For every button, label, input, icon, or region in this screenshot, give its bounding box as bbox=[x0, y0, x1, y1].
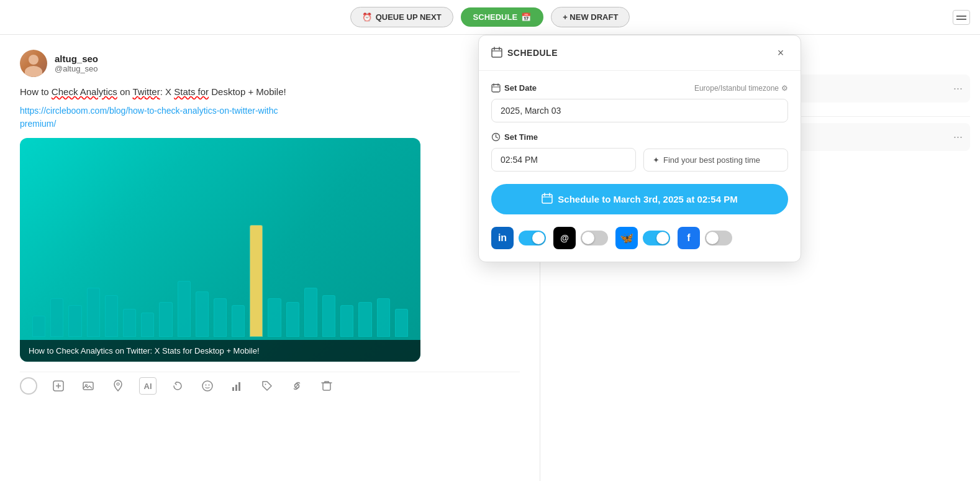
analytics-icon[interactable] bbox=[229, 377, 246, 395]
time-row: ✦ Find your best posting time bbox=[491, 148, 788, 172]
social-toggles: in @ 🦋 bbox=[491, 227, 788, 249]
best-time-button[interactable]: ✦ Find your best posting time bbox=[643, 149, 788, 172]
link-icon[interactable] bbox=[288, 377, 306, 395]
chart-bar bbox=[322, 295, 335, 337]
refresh-icon[interactable] bbox=[169, 377, 186, 395]
username: altug_seo bbox=[55, 53, 98, 64]
chart-bar bbox=[141, 313, 154, 337]
top-bar: ⏰ QUEUE UP NEXT SCHEDULE 📅 + NEW DRAFT bbox=[0, 0, 980, 35]
threads-social-item: @ bbox=[553, 227, 608, 249]
schedule-button[interactable]: SCHEDULE 📅 bbox=[461, 7, 544, 27]
location-icon[interactable] bbox=[109, 377, 127, 395]
date-field-row: Set Date Europe/Istanbul timezone ⚙ bbox=[491, 83, 788, 93]
modal-title: SCHEDULE bbox=[491, 47, 558, 60]
emoji-icon[interactable] bbox=[199, 377, 216, 395]
svg-point-6 bbox=[202, 381, 212, 391]
svg-point-12 bbox=[265, 384, 266, 385]
user-info: altug_seo @altug_seo bbox=[20, 50, 520, 77]
chart-bar bbox=[268, 298, 281, 337]
time-input[interactable] bbox=[491, 148, 636, 172]
avatar bbox=[20, 50, 47, 77]
sparkle-icon: ✦ bbox=[653, 155, 660, 165]
chart-bar bbox=[87, 288, 100, 337]
image-icon[interactable] bbox=[79, 377, 97, 395]
chart-bar bbox=[250, 225, 263, 337]
set-date-label: Set Date bbox=[491, 83, 537, 93]
chart-bars bbox=[32, 200, 408, 337]
post-more-menu-2[interactable]: ··· bbox=[953, 131, 963, 144]
timezone-label: Europe/Istanbul timezone ⚙ bbox=[694, 84, 788, 93]
bluesky-toggle[interactable] bbox=[643, 231, 670, 245]
chart-bar bbox=[340, 305, 353, 337]
svg-point-5 bbox=[117, 383, 119, 385]
modal-close-button[interactable]: × bbox=[773, 45, 788, 60]
delete-icon[interactable] bbox=[318, 377, 335, 395]
facebook-social-item: f bbox=[678, 227, 732, 249]
user-names: altug_seo @altug_seo bbox=[55, 53, 98, 73]
image-caption: How to Check Analytics on Twitter: X Sta… bbox=[20, 340, 420, 362]
tag-icon[interactable] bbox=[258, 377, 276, 395]
post-toolbar: AI bbox=[20, 372, 520, 400]
undo-icon[interactable] bbox=[20, 377, 37, 395]
modal-header: SCHEDULE × bbox=[479, 35, 801, 71]
chart-bar bbox=[232, 305, 245, 337]
post-text[interactable]: How to Check Analytics on Twitter: X Sta… bbox=[20, 85, 520, 99]
add-post-icon[interactable] bbox=[50, 377, 67, 395]
chart-bar bbox=[395, 309, 408, 337]
chart-bar bbox=[50, 298, 63, 337]
bluesky-icon: 🦋 bbox=[615, 227, 638, 249]
settings-icon[interactable]: ⚙ bbox=[781, 84, 788, 93]
chart-bar bbox=[377, 298, 390, 337]
post-image: How to Check Analytics on Twitter: X Sta… bbox=[20, 138, 420, 362]
svg-point-7 bbox=[206, 385, 207, 386]
set-time-label: Set Time bbox=[491, 132, 538, 142]
svg-point-8 bbox=[209, 385, 210, 386]
chart-bar bbox=[286, 302, 299, 337]
linkedin-social-item: in bbox=[491, 227, 546, 249]
svg-rect-16 bbox=[492, 48, 502, 57]
svg-rect-11 bbox=[238, 382, 240, 391]
svg-rect-27 bbox=[542, 195, 552, 203]
sidebar-toggle-button[interactable] bbox=[953, 10, 970, 25]
linkedin-icon: in bbox=[491, 227, 514, 249]
chart-bar bbox=[159, 302, 172, 337]
chart-bar bbox=[123, 309, 136, 337]
svg-rect-9 bbox=[232, 387, 234, 391]
chart-bar bbox=[358, 302, 371, 337]
chart-bar bbox=[304, 288, 317, 337]
chart-bar bbox=[105, 295, 118, 337]
calendar-icon bbox=[491, 47, 502, 60]
post-link[interactable]: https://circleboom.com/blog/how-to-check… bbox=[20, 104, 520, 131]
post-editor: altug_seo @altug_seo How to Check Analyt… bbox=[0, 35, 540, 481]
schedule-modal: SCHEDULE × Set Date Europe/Istanbul time… bbox=[478, 35, 801, 262]
chart-bar bbox=[68, 305, 81, 337]
chart-bar bbox=[196, 291, 209, 337]
threads-toggle[interactable] bbox=[581, 231, 608, 245]
time-field-row: Set Time bbox=[491, 132, 788, 142]
svg-rect-10 bbox=[235, 385, 237, 391]
calendar-icon: 📅 bbox=[521, 12, 531, 22]
queue-up-next-button[interactable]: ⏰ QUEUE UP NEXT bbox=[350, 7, 453, 27]
modal-body: Set Date Europe/Istanbul timezone ⚙ Set … bbox=[479, 71, 801, 262]
facebook-icon: f bbox=[678, 227, 700, 249]
ai-icon[interactable]: AI bbox=[139, 377, 157, 395]
calendar-confirm-icon bbox=[542, 193, 553, 206]
date-input[interactable] bbox=[491, 99, 788, 122]
threads-icon: @ bbox=[553, 227, 576, 249]
clock-icon: ⏰ bbox=[362, 12, 372, 22]
bluesky-social-item: 🦋 bbox=[615, 227, 670, 249]
svg-rect-20 bbox=[492, 85, 500, 92]
svg-line-26 bbox=[496, 137, 498, 139]
user-handle: @altug_seo bbox=[55, 64, 98, 73]
svg-rect-13 bbox=[323, 383, 330, 390]
chart-bar bbox=[178, 281, 191, 337]
schedule-confirm-button[interactable]: Schedule to March 3rd, 2025 at 02:54 PM bbox=[491, 184, 788, 214]
new-draft-button[interactable]: + NEW DRAFT bbox=[551, 7, 630, 27]
linkedin-toggle[interactable] bbox=[519, 231, 546, 245]
facebook-toggle[interactable] bbox=[705, 231, 732, 245]
chart-bar bbox=[214, 298, 227, 337]
post-more-menu-1[interactable]: ··· bbox=[953, 82, 963, 95]
chart-bar bbox=[32, 316, 45, 337]
